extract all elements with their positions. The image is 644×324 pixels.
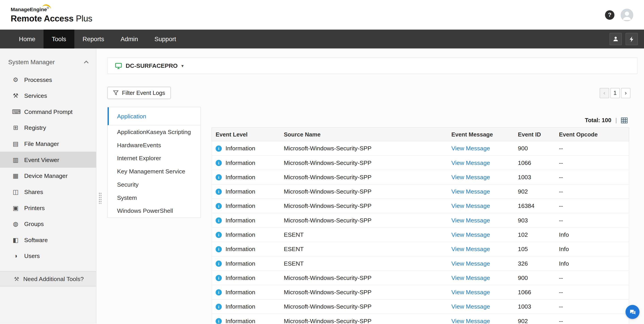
device-name: DC-SURFACEPRO xyxy=(126,63,178,69)
filter-event-logs-button[interactable]: Filter Event Logs xyxy=(107,87,171,99)
need-additional-tools-button[interactable]: ⚒ Need Additional Tools? xyxy=(0,271,96,286)
view-message-link[interactable]: View Message xyxy=(452,174,490,180)
sidebar-item-icon: ⚙ xyxy=(12,76,19,83)
user-silhouette-icon xyxy=(620,9,633,21)
view-message-link[interactable]: View Message xyxy=(452,260,490,267)
view-message-link[interactable]: View Message xyxy=(452,246,490,252)
sidebar-footer-label: Need Additional Tools? xyxy=(23,276,84,282)
view-message-link[interactable]: View Message xyxy=(452,318,490,324)
sidebar-item-icon: ▣ xyxy=(12,204,19,211)
source-name: ESENT xyxy=(284,231,451,238)
event-level: Information xyxy=(226,231,255,238)
sidebar-item-icon: ◫ xyxy=(12,188,19,195)
log-category-item[interactable]: ApplicationKaseya Scripting xyxy=(108,125,200,139)
view-message-link[interactable]: View Message xyxy=(452,217,490,223)
source-name: Microsoft-Windows-Security-SPP xyxy=(284,318,451,324)
source-name: Microsoft-Windows-Security-SPP xyxy=(284,274,451,281)
sidebar-item-icon: ▥ xyxy=(12,156,19,163)
quick-launch-icon[interactable] xyxy=(626,33,638,45)
next-page-button[interactable]: › xyxy=(621,88,630,98)
event-id: 903 xyxy=(518,217,559,223)
table-row: i Information ESENT View Message 105 Inf… xyxy=(212,242,629,256)
nav-item[interactable]: Admin xyxy=(112,30,146,48)
log-category-item[interactable]: Windows PowerShell xyxy=(108,204,200,217)
column-header: Source Name xyxy=(284,131,451,138)
sidebar-item[interactable]: ⌨ Command Prompt xyxy=(0,104,96,120)
panel-resize-handle[interactable] xyxy=(98,192,102,204)
total-count: Total: 100 xyxy=(585,117,611,123)
nav-item[interactable]: Home xyxy=(11,30,44,48)
event-level: Information xyxy=(226,318,255,324)
meta-separator: | xyxy=(616,117,617,123)
avatar[interactable] xyxy=(620,9,633,21)
sidebar-item[interactable]: ◍ Groups xyxy=(0,216,96,232)
sidebar-item[interactable]: ▤ File Manager xyxy=(0,136,96,152)
view-message-link[interactable]: View Message xyxy=(452,274,490,281)
log-category-item[interactable]: Key Management Service xyxy=(108,165,200,178)
log-category-list: Application ApplicationKaseya Scripting … xyxy=(107,107,201,218)
sidebar-item[interactable]: ◫ Shares xyxy=(0,184,96,200)
table-row: i Information Microsoft-Windows-Security… xyxy=(212,213,629,228)
sidebar-item[interactable]: ▦ Device Manager xyxy=(0,168,96,184)
view-message-link[interactable]: View Message xyxy=(452,203,490,209)
column-chooser-icon[interactable] xyxy=(621,118,628,123)
information-icon: i xyxy=(216,174,222,180)
nav-item[interactable]: Support xyxy=(146,30,184,48)
sidebar-item[interactable]: ▣ Printers xyxy=(0,200,96,216)
sidebar-item[interactable]: ◑ Users xyxy=(0,248,96,264)
event-opcode: -- xyxy=(559,303,629,310)
event-id: 102 xyxy=(518,231,559,238)
sidebar-item[interactable]: ◧ Software xyxy=(0,232,96,248)
event-id: 902 xyxy=(518,318,559,324)
brand-product-suffix: Plus xyxy=(74,14,92,23)
view-message-link[interactable]: View Message xyxy=(452,231,490,238)
event-opcode: -- xyxy=(559,318,629,324)
table-row: i Information Microsoft-Windows-Security… xyxy=(212,285,629,300)
sidebar-item[interactable]: ⚙ Processes xyxy=(0,72,96,88)
log-category-item[interactable]: Application xyxy=(108,107,200,125)
collapse-chevron-icon[interactable] xyxy=(84,60,88,65)
sidebar-item-icon: ◍ xyxy=(12,220,19,228)
device-selector[interactable]: DC-SURFACEPRO ▾ xyxy=(107,58,637,74)
event-level: Information xyxy=(226,145,255,151)
prev-page-button[interactable]: ‹ xyxy=(600,88,609,98)
event-opcode: -- xyxy=(559,217,629,223)
sidebar-item-label: Printers xyxy=(24,204,45,211)
event-id: 105 xyxy=(518,246,559,252)
live-chat-button[interactable] xyxy=(626,305,639,319)
view-message-link[interactable]: View Message xyxy=(452,145,490,151)
source-name: Microsoft-Windows-Security-SPP xyxy=(284,217,451,223)
brand-company: ManageEngine xyxy=(11,7,47,12)
app-header: ManageEngine® Remote Access Plus ? xyxy=(0,0,644,30)
table-body: i Information Microsoft-Windows-Security… xyxy=(212,141,629,324)
help-icon[interactable]: ? xyxy=(605,10,614,20)
event-opcode: Info xyxy=(559,260,629,267)
sidebar-item[interactable]: ⊞ Registry xyxy=(0,120,96,136)
log-category-item[interactable]: Security xyxy=(108,178,200,191)
table-row: i Information Microsoft-Windows-Security… xyxy=(212,170,629,184)
sidebar: System Manager ⚙ Processes ⚒ Services ⌨ … xyxy=(0,49,96,324)
event-level: Information xyxy=(226,274,255,281)
view-message-link[interactable]: View Message xyxy=(452,188,490,195)
sidebar-item-label: Processes xyxy=(24,76,52,83)
nav-right-actions xyxy=(610,30,644,48)
event-opcode: Info xyxy=(559,231,629,238)
log-category-item[interactable]: HardwareEvents xyxy=(108,139,200,152)
information-icon: i xyxy=(216,275,222,281)
log-category-item[interactable]: Internet Explorer xyxy=(108,152,200,165)
log-category-item[interactable]: System xyxy=(108,191,200,204)
table-row: i Information Microsoft-Windows-Security… xyxy=(212,156,629,170)
view-message-link[interactable]: View Message xyxy=(452,303,490,310)
nav-item[interactable]: Tools xyxy=(44,30,74,48)
sidebar-item[interactable]: ⚒ Services xyxy=(0,88,96,104)
remote-assist-icon[interactable] xyxy=(610,33,622,45)
information-icon: i xyxy=(216,145,222,151)
sidebar-item[interactable]: ▥ Event Viewer xyxy=(0,152,96,168)
main-nav: Home Tools Reports Admin Support xyxy=(0,30,644,48)
view-message-link[interactable]: View Message xyxy=(452,160,490,166)
nav-item[interactable]: Reports xyxy=(74,30,112,48)
view-message-link[interactable]: View Message xyxy=(452,289,490,295)
sidebar-header: System Manager xyxy=(0,49,96,72)
event-id: 1066 xyxy=(518,160,559,166)
sidebar-item-label: Event Viewer xyxy=(24,156,59,163)
